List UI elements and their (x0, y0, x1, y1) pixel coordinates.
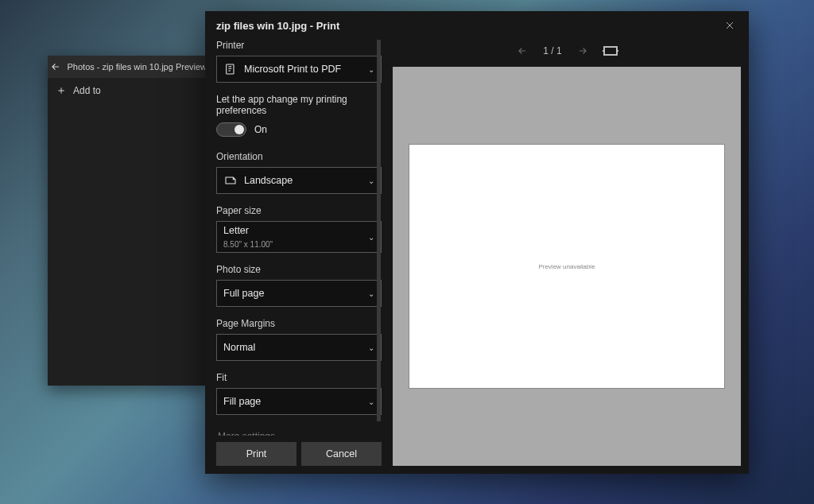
chevron-down-icon: ⌄ (368, 233, 374, 242)
preview-nav: 1 / 1 (393, 40, 741, 62)
preview-message: Preview unavailable (538, 263, 595, 270)
page-landscape-icon (223, 175, 238, 186)
fit-select[interactable]: Fill page ⌄ (216, 388, 382, 415)
paper-size-select[interactable]: Letter 8.50" x 11.00" ⌄ (216, 221, 382, 253)
photo-size-label: Photo size (216, 264, 382, 275)
printer-select[interactable]: Microsoft Print to PDF ⌄ (216, 56, 382, 83)
cancel-button[interactable]: Cancel (301, 442, 382, 466)
next-page-button[interactable] (576, 45, 589, 56)
printer-label: Printer ⌃ (216, 40, 382, 51)
fullscreen-button[interactable] (603, 46, 618, 56)
arrow-left-icon (50, 61, 61, 72)
dialog-actions: Print Cancel (216, 436, 382, 474)
printer-value: Microsoft Print to PDF (244, 64, 374, 75)
more-settings-button[interactable]: More settings ⌄ (216, 426, 382, 436)
settings-panel: Printer ⌃ Microsoft Print to PDF ⌄ Let t… (205, 40, 390, 474)
app-pref-label: Let the app change my printing preferenc… (216, 94, 382, 116)
margins-value: Normal (223, 342, 374, 353)
close-button[interactable] (719, 14, 741, 37)
photo-size-select[interactable]: Full page ⌄ (216, 280, 382, 307)
chevron-down-icon: ⌄ (368, 65, 374, 74)
arrow-right-icon (576, 45, 589, 56)
orientation-value: Landscape (244, 175, 374, 186)
paper-size-label: Paper size (216, 205, 382, 216)
close-icon (725, 21, 735, 30)
photos-window: Photos - zip files win 10.jpg Preview ＋ … (48, 56, 207, 386)
chevron-down-icon: ⌄ (368, 176, 374, 185)
orientation-select[interactable]: Landscape ⌄ (216, 167, 382, 194)
paper-size-sub: 8.50" x 11.00" (223, 240, 273, 249)
chevron-down-icon: ⌄ (368, 343, 374, 352)
fit-label: Fit (216, 372, 382, 383)
page-indicator: 1 / 1 (543, 45, 561, 56)
dialog-titlebar: zip files win 10.jpg - Print (205, 11, 749, 40)
print-button[interactable]: Print (216, 442, 297, 466)
margins-label: Page Margins (216, 318, 382, 329)
photos-titlebar: Photos - zip files win 10.jpg Preview (48, 56, 207, 78)
preview-page: Preview unavailable (409, 144, 725, 389)
svg-rect-0 (227, 64, 234, 74)
prev-page-button[interactable] (516, 45, 529, 56)
margins-select[interactable]: Normal ⌄ (216, 334, 382, 361)
add-to-label: Add to (73, 85, 101, 96)
chevron-down-icon: ⌄ (368, 397, 374, 406)
app-pref-state: On (254, 124, 267, 135)
fit-value: Fill page (223, 396, 374, 407)
paper-size-value: Letter (223, 225, 249, 240)
orientation-label: Orientation (216, 151, 382, 162)
app-pref-toggle[interactable] (216, 122, 246, 137)
plus-icon: ＋ (56, 83, 67, 98)
photos-title: Photos - zip files win 10.jpg Preview (64, 62, 207, 72)
arrow-left-icon (516, 45, 529, 56)
back-button[interactable] (48, 56, 64, 78)
preview-area: Preview unavailable (393, 67, 741, 466)
more-settings-label: More settings (218, 431, 275, 436)
add-to-button[interactable]: ＋ Add to (48, 78, 207, 103)
printer-pdf-icon (223, 63, 238, 76)
photo-size-value: Full page (223, 288, 374, 299)
preview-panel: 1 / 1 Preview unavailable (390, 40, 749, 474)
print-dialog: zip files win 10.jpg - Print Printer ⌃ (205, 11, 749, 474)
settings-scrollbar[interactable] (377, 40, 381, 436)
chevron-down-icon: ⌄ (368, 289, 374, 298)
dialog-title: zip files win 10.jpg - Print (216, 20, 339, 32)
